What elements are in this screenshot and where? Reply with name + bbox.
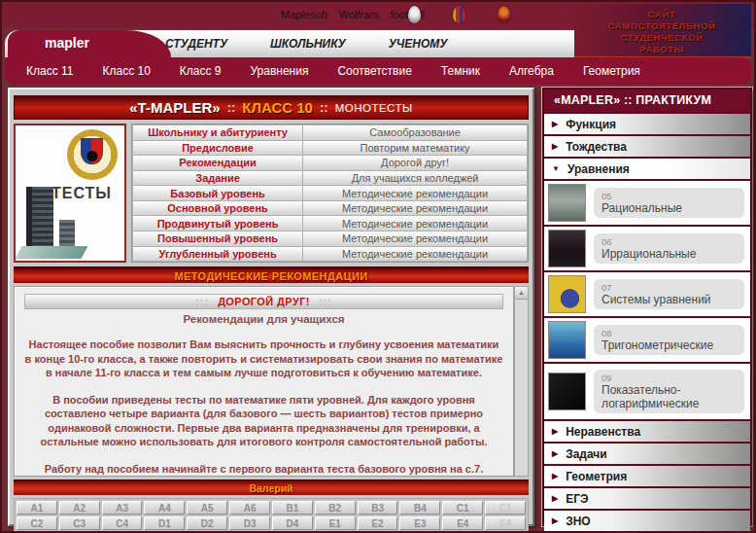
variant-button[interactable]: E3	[399, 516, 440, 530]
sidebar-item-label: Неравенства	[566, 425, 640, 439]
nav-item-temnik[interactable]: Темник	[441, 64, 480, 78]
menu-label-cell[interactable]: Основной уровень	[133, 201, 302, 216]
menu-label-cell[interactable]: Школьнику и абитуриенту	[133, 125, 302, 140]
item-label: Тригонометрические	[601, 338, 737, 352]
menu-value-cell[interactable]: Методические рекомендации	[303, 216, 527, 231]
variant-button[interactable]: A4	[144, 501, 185, 515]
item-number: 09	[601, 373, 737, 383]
variant-button[interactable]: C1	[485, 501, 526, 515]
tab-shkolniku[interactable]: ШКОЛЬНИКУ	[270, 37, 346, 51]
table-row: Основной уровень Методические рекомендац…	[133, 201, 527, 216]
menu-value-cell[interactable]: Методические рекомендации	[303, 186, 527, 200]
roma-crest-icon[interactable]	[498, 6, 510, 23]
nav-item-sootvetstvie[interactable]: Соответствие	[337, 64, 411, 78]
menu-label-cell[interactable]: Углубленный уровень	[133, 247, 302, 262]
variant-button[interactable]: E4	[442, 516, 483, 530]
nav-item-algebra[interactable]: Алгебра	[509, 64, 554, 78]
album-thumbnail	[548, 184, 586, 222]
nav-item-uravneniya[interactable]: Уравнения	[251, 64, 309, 78]
variant-button[interactable]: C3	[59, 516, 100, 530]
tab-mapler[interactable]: mapler	[8, 30, 126, 57]
practice-item-trigonometricheskie[interactable]: 08 Тригонометрические	[544, 318, 750, 362]
variant-button[interactable]: A5	[187, 501, 227, 515]
reco-paragraph: Настоящее пособие позволит Вам выяснить …	[24, 338, 503, 380]
menu-value-cell[interactable]: Для учащихся колледжей	[303, 171, 527, 186]
menu-value-cell[interactable]: Методические рекомендации	[303, 201, 527, 216]
sidebar-item-uravneniya[interactable]: ▼ Уравнения	[544, 159, 750, 179]
content-row: ТЕСТЫ Школьнику и абитуриенту Самообразо…	[14, 124, 529, 263]
barcelona-crest-icon[interactable]	[453, 6, 465, 23]
menu-label-cell[interactable]: Продвинутый уровень	[133, 216, 302, 231]
item-label: Иррациональные	[601, 247, 737, 261]
menu-label-cell[interactable]: Рекомендации	[133, 156, 302, 170]
sidebar-item-label: Геометрия	[566, 470, 627, 483]
sidebar-item-geometriya[interactable]: ▶ Геометрия	[544, 466, 750, 486]
class-title: КЛАСС 10	[242, 99, 313, 116]
footer-marquee: Валерий	[14, 480, 529, 495]
scroll-up-button[interactable]: ▲	[515, 287, 528, 300]
variant-button[interactable]: A2	[59, 501, 100, 515]
sidebar-item-neravenstva[interactable]: ▶ Неравенства	[544, 421, 750, 442]
menu-label-cell[interactable]: Задание	[133, 171, 302, 186]
practice-item-sistemy[interactable]: 07 Системы уравнений	[544, 272, 750, 316]
chevron-right-icon: ▶	[552, 120, 558, 128]
variant-button[interactable]: D2	[187, 516, 227, 530]
table-row: Повышенный уровень Методические рекоменд…	[133, 231, 527, 246]
vertical-scrollbar[interactable]: ▲	[514, 286, 529, 477]
table-row: Предисловие Повторим математику	[133, 141, 527, 156]
menu-label-cell[interactable]: Базовый уровень	[133, 186, 302, 200]
variant-button[interactable]: E2	[358, 516, 398, 530]
table-row: Задание Для учащихся колледжей	[133, 171, 527, 186]
recommendations-row: ::: ДОРОГОЙ ДРУГ! ::: Рекомендации для у…	[14, 286, 529, 477]
variant-button[interactable]: B1	[272, 501, 313, 515]
sidebar-item-zadachi[interactable]: ▶ Задачи	[544, 444, 750, 464]
menu-label-cell[interactable]: Предисловие	[133, 141, 302, 156]
variant-button[interactable]: D4	[272, 516, 313, 530]
sidebar-item-tozhdestva[interactable]: ▶ Тождества	[544, 136, 750, 157]
variant-button[interactable]: D3	[229, 516, 270, 530]
item-number: 06	[601, 236, 737, 247]
sidebar-item-zno[interactable]: ▶ ЗНО	[544, 511, 750, 531]
nav-item-klass-11[interactable]: Класс 11	[26, 64, 73, 78]
variant-button[interactable]: E4	[485, 516, 526, 530]
sidebar-item-ege[interactable]: ▶ ЕГЭ	[544, 488, 750, 509]
item-number: 07	[601, 282, 737, 293]
variant-button[interactable]: C1	[442, 501, 483, 515]
practice-item-pokazatelno-logarifmicheskie[interactable]: 09 Показательно-логарифмические	[544, 364, 750, 419]
variant-button[interactable]: B2	[315, 501, 356, 515]
variant-button[interactable]: D1	[144, 516, 185, 530]
album-thumbnail	[548, 373, 586, 410]
menu-label-cell[interactable]: Повышенный уровень	[133, 231, 302, 246]
menu-value-cell[interactable]: Повторим математику	[303, 141, 527, 156]
main-window: «T-MAPLER» :: КЛАСС 10 :: МОНОТЕСТЫ ТЕСТ…	[8, 88, 534, 526]
nav-item-geometriya[interactable]: Геометрия	[583, 64, 640, 78]
sidebar-item-funkciya[interactable]: ▶ Функция	[544, 114, 750, 134]
chevron-right-icon: ▶	[552, 142, 558, 151]
greeting-bar: ::: ДОРОГОЙ ДРУГ! :::	[24, 294, 503, 309]
greeting-decor: :::	[195, 296, 209, 307]
variant-button[interactable]: C4	[102, 516, 143, 530]
nav-item-klass-10[interactable]: Класс 10	[102, 64, 150, 78]
nav-item-klass-9[interactable]: Класс 9	[180, 64, 222, 78]
menu-value-cell[interactable]: Дорогой друг!	[303, 156, 527, 170]
variant-button[interactable]: B4	[399, 501, 440, 515]
practice-item-irracionalnye[interactable]: 06 Иррациональные	[544, 227, 750, 270]
topbar-link-wolfram[interactable]: Wolfram	[339, 9, 379, 20]
reco-subheader: Рекомендации для учащихся	[24, 313, 503, 325]
variant-button[interactable]: E1	[315, 516, 356, 530]
main-title-bar: «T-MAPLER» :: КЛАСС 10 :: МОНОТЕСТЫ	[14, 95, 529, 120]
practice-item-racionalnye[interactable]: 05 Рациональные	[544, 181, 750, 225]
tab-uchenomu[interactable]: УЧЕНОМУ	[389, 37, 448, 51]
practice-item-label-box: 09 Показательно-логарифмические	[594, 370, 744, 413]
variant-button[interactable]: A6	[229, 501, 270, 515]
tab-studentu[interactable]: СТУДЕНТУ	[165, 37, 227, 51]
variant-button[interactable]: A1	[17, 501, 57, 515]
menu-value-cell[interactable]: Методические рекомендации	[303, 231, 527, 246]
variant-button[interactable]: B3	[358, 501, 398, 515]
shakhtar-crest-icon[interactable]	[408, 6, 421, 23]
variant-button[interactable]: A3	[102, 501, 143, 515]
menu-value-cell[interactable]: Методические рекомендации	[303, 247, 527, 262]
variant-button[interactable]: C2	[17, 516, 57, 530]
topbar-link-maplesoft[interactable]: Maplesoft	[281, 9, 327, 20]
menu-value-cell[interactable]: Самообразование	[303, 125, 527, 140]
